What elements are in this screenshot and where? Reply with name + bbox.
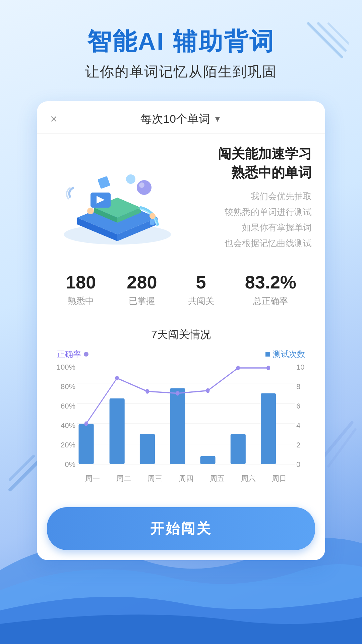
stat-mastered-label: 已掌握 <box>127 295 157 307</box>
intro-heading: 闯关能加速学习 熟悉中的单词 <box>191 144 312 182</box>
stat-familiar: 180 熟悉中 <box>66 271 96 307</box>
y-right-0: 0 <box>296 460 308 469</box>
x-label-sat: 周六 <box>241 474 256 484</box>
svg-point-35 <box>206 388 210 393</box>
stat-familiar-label: 熟悉中 <box>66 295 96 307</box>
title-part2: 辅助背词 <box>173 28 275 55</box>
x-label-tue: 周二 <box>116 474 131 484</box>
title-part1: 智能AI <box>87 28 165 55</box>
y-right-6: 6 <box>296 402 308 411</box>
chart-svg <box>77 363 295 484</box>
intro-heading-line1: 闯关能加速学习 <box>218 146 312 161</box>
stats-row: 180 熟悉中 280 已掌握 5 共闯关 83.2% 总正确率 <box>50 265 312 317</box>
intro-row: 闯关能加速学习 熟悉中的单词 我们会优先抽取 较熟悉的单词进行测试 如果你有掌握… <box>50 144 312 251</box>
svg-point-32 <box>115 376 119 381</box>
stat-levels: 5 共闯关 <box>188 271 214 307</box>
close-button[interactable]: × <box>50 112 57 126</box>
y-label-0: 0% <box>54 460 75 469</box>
stat-accuracy: 83.2% 总正确率 <box>245 271 296 307</box>
x-label-sun: 周日 <box>272 474 287 484</box>
intro-desc: 我们会优先抽取 较熟悉的单词进行测试 如果你有掌握单词 也会根据记忆曲线测试 <box>191 189 312 251</box>
main-title: 智能AI 辅助背词 <box>20 27 342 56</box>
stat-accuracy-label: 总正确率 <box>245 295 296 307</box>
svg-rect-25 <box>110 398 125 464</box>
dropdown-arrow: ▼ <box>214 114 222 124</box>
y-axis-left: 100% 80% 60% 40% 20% 0% <box>54 363 75 484</box>
intro-text: 闯关能加速学习 熟悉中的单词 我们会优先抽取 较熟悉的单词进行测试 如果你有掌握… <box>191 144 312 251</box>
svg-point-34 <box>176 391 179 396</box>
stat-mastered-value: 280 <box>127 271 157 293</box>
legend-tests-label: 测试次数 <box>273 349 305 360</box>
legend-accuracy: 正确率 <box>57 349 88 360</box>
x-label-thu: 周四 <box>179 474 193 484</box>
desc-line4: 也会根据记忆曲线测试 <box>191 235 312 251</box>
intro-heading-line2: 熟悉中的单词 <box>231 165 312 180</box>
y-right-4: 4 <box>296 421 308 430</box>
legend-tests: 测试次数 <box>265 349 305 360</box>
desc-line2: 较熟悉的单词进行测试 <box>191 204 312 220</box>
x-label-mon: 周一 <box>85 474 100 484</box>
main-card: × 每次10个单词 ▼ <box>37 101 325 560</box>
legend-square <box>265 352 270 357</box>
y-right-2: 2 <box>296 441 308 449</box>
illustration <box>50 144 184 251</box>
svg-rect-11 <box>88 214 93 221</box>
y-label-20: 20% <box>54 441 75 449</box>
session-label: 每次10个单词 <box>140 111 210 127</box>
stat-familiar-value: 180 <box>66 271 96 293</box>
svg-rect-30 <box>261 393 276 464</box>
chart-area-wrapper: 100% 80% 60% 40% 20% 0% 10 8 6 4 2 <box>54 363 308 484</box>
svg-rect-13 <box>150 219 155 225</box>
svg-rect-26 <box>140 434 155 465</box>
legend-accuracy-label: 正确率 <box>57 349 81 360</box>
chart-title: 7天闯关情况 <box>54 327 308 342</box>
svg-point-15 <box>139 182 144 188</box>
stat-accuracy-value: 83.2% <box>245 271 296 293</box>
subtitle: 让你的单词记忆从陌生到巩固 <box>20 62 342 81</box>
x-label-fri: 周五 <box>210 474 225 484</box>
y-label-80: 80% <box>54 382 75 391</box>
y-axis-right: 10 8 6 4 2 0 <box>296 363 308 484</box>
svg-point-36 <box>236 366 240 370</box>
x-axis-labels: 周一 周二 周三 周四 周五 周六 周日 <box>77 474 295 484</box>
svg-rect-29 <box>231 434 246 465</box>
chart-section: 7天闯关情况 正确率 测试次数 <box>50 327 312 490</box>
stat-levels-label: 共闯关 <box>188 295 214 307</box>
svg-rect-28 <box>200 456 215 464</box>
y-right-8: 8 <box>296 382 308 391</box>
stat-mastered: 280 已掌握 <box>127 271 157 307</box>
card-header: × 每次10个单词 ▼ <box>37 101 325 134</box>
desc-line1: 我们会优先抽取 <box>191 189 312 204</box>
x-label-wed: 周三 <box>147 474 162 484</box>
y-right-10: 10 <box>296 363 308 372</box>
legend-dot <box>84 352 88 357</box>
page-header: 智能AI 辅助背词 让你的单词记忆从陌生到巩固 <box>0 0 362 95</box>
svg-point-31 <box>84 421 88 426</box>
svg-rect-16 <box>98 176 110 189</box>
card-content: 闯关能加速学习 熟悉中的单词 我们会优先抽取 较熟悉的单词进行测试 如果你有掌握… <box>37 134 325 500</box>
start-button[interactable]: 开始闯关 <box>47 507 315 550</box>
chart-legend: 正确率 测试次数 <box>54 349 308 360</box>
svg-point-14 <box>137 180 152 195</box>
svg-rect-24 <box>79 424 94 464</box>
stat-levels-value: 5 <box>188 271 214 293</box>
y-label-100: 100% <box>54 363 75 372</box>
svg-point-37 <box>266 366 270 370</box>
svg-point-12 <box>149 213 156 219</box>
svg-point-10 <box>87 208 94 214</box>
session-selector[interactable]: 每次10个单词 ▼ <box>140 111 222 127</box>
card-wrapper: × 每次10个单词 ▼ <box>0 95 362 587</box>
y-label-40: 40% <box>54 421 75 430</box>
svg-point-33 <box>145 389 149 394</box>
y-label-60: 60% <box>54 402 75 411</box>
svg-point-17 <box>126 174 135 184</box>
desc-line3: 如果你有掌握单词 <box>191 220 312 235</box>
svg-rect-27 <box>170 388 185 464</box>
